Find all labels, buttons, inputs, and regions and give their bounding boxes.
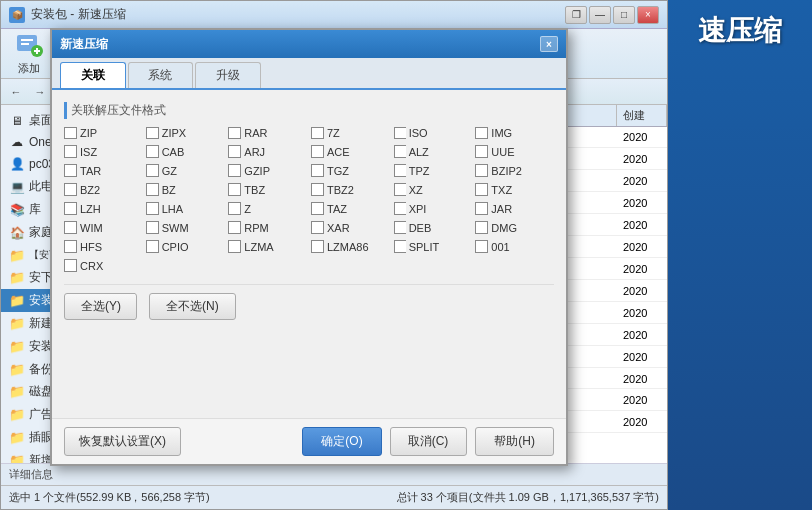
checkbox-bz[interactable]: BZ — [146, 183, 225, 196]
checkbox-xar[interactable]: XAR — [311, 221, 390, 234]
add-button[interactable]: 添加 — [9, 31, 49, 76]
checkbox-7z[interactable]: 7Z — [311, 127, 390, 139]
checkbox-arj[interactable]: ARJ — [228, 145, 307, 158]
cb-wim[interactable] — [64, 221, 77, 234]
cb-rpm[interactable] — [228, 221, 241, 234]
checkbox-bzip2[interactable]: BZIP2 — [475, 164, 554, 177]
checkbox-deb[interactable]: DEB — [394, 221, 472, 234]
cb-7z[interactable] — [311, 127, 324, 139]
cb-lzh[interactable] — [64, 202, 77, 215]
checkbox-img[interactable]: IMG — [475, 127, 554, 139]
cb-lha[interactable] — [146, 202, 159, 215]
checkbox-dmg[interactable]: DMG — [475, 221, 554, 234]
cb-zip[interactable] — [64, 127, 77, 139]
cb-gz[interactable] — [146, 164, 159, 177]
cb-bz2[interactable] — [64, 183, 77, 196]
restore-window-btn[interactable]: ❐ — [565, 6, 587, 24]
checkbox-split[interactable]: SPLIT — [394, 240, 472, 253]
checkbox-zip[interactable]: ZIP — [64, 127, 142, 139]
checkbox-alz[interactable]: ALZ — [394, 145, 472, 158]
checkbox-txz[interactable]: TXZ — [475, 183, 554, 196]
checkbox-swm[interactable]: SWM — [146, 221, 225, 234]
cb-ace[interactable] — [311, 145, 324, 158]
cb-isz[interactable] — [64, 145, 77, 158]
cb-hfs[interactable] — [64, 240, 77, 253]
checkbox-lzh[interactable]: LZH — [64, 202, 142, 215]
cb-tbz[interactable] — [228, 183, 241, 196]
window-close-btn[interactable]: × — [637, 6, 659, 24]
checkbox-lzma[interactable]: LZMA — [228, 240, 307, 253]
checkbox-tpz[interactable]: TPZ — [394, 164, 472, 177]
cb-xpi[interactable] — [394, 202, 406, 215]
back-btn[interactable]: ← — [5, 82, 27, 102]
cb-taz[interactable] — [311, 202, 324, 215]
maximize-btn[interactable]: □ — [613, 6, 635, 24]
cb-iso[interactable] — [394, 127, 406, 139]
cb-tpz[interactable] — [394, 164, 406, 177]
restore-defaults-btn[interactable]: 恢复默认设置(X) — [64, 427, 181, 456]
checkbox-crx[interactable]: CRX — [64, 259, 142, 272]
checkbox-zipx[interactable]: ZIPX — [146, 127, 225, 139]
cb-uue[interactable] — [475, 145, 488, 158]
minimize-btn[interactable]: — — [589, 6, 611, 24]
cb-xz[interactable] — [394, 183, 406, 196]
tab-associate[interactable]: 关联 — [60, 62, 126, 88]
cb-jar[interactable] — [475, 202, 488, 215]
checkbox-iso[interactable]: ISO — [394, 127, 472, 139]
checkbox-xpi[interactable]: XPI — [394, 202, 472, 215]
cb-swm[interactable] — [146, 221, 159, 234]
checkbox-taz[interactable]: TAZ — [311, 202, 390, 215]
cb-zipx[interactable] — [146, 127, 159, 139]
checkbox-cab[interactable]: CAB — [146, 145, 225, 158]
cb-bz[interactable] — [146, 183, 159, 196]
checkbox-z[interactable]: Z — [228, 202, 307, 215]
cancel-btn[interactable]: 取消(C) — [390, 427, 468, 456]
forward-btn[interactable]: → — [29, 82, 51, 102]
cb-gzip[interactable] — [228, 164, 241, 177]
checkbox-rpm[interactable]: RPM — [228, 221, 307, 234]
checkbox-wim[interactable]: WIM — [64, 221, 142, 234]
cb-cpio[interactable] — [146, 240, 159, 253]
cb-tbz2[interactable] — [311, 183, 324, 196]
checkbox-lha[interactable]: LHA — [146, 202, 225, 215]
ok-btn[interactable]: 确定(O) — [302, 427, 381, 456]
checkbox-cpio[interactable]: CPIO — [146, 240, 225, 253]
cb-xar[interactable] — [311, 221, 324, 234]
checkbox-gzip[interactable]: GZIP — [228, 164, 307, 177]
checkbox-001[interactable]: 001 — [475, 240, 554, 253]
checkbox-ace[interactable]: ACE — [311, 145, 390, 158]
checkbox-tgz[interactable]: TGZ — [311, 164, 390, 177]
select-none-btn[interactable]: 全不选(N) — [149, 293, 236, 320]
help-btn[interactable]: 帮助(H) — [475, 427, 554, 456]
checkbox-isz[interactable]: ISZ — [64, 145, 142, 158]
cb-lzma[interactable] — [228, 240, 241, 253]
checkbox-jar[interactable]: JAR — [475, 202, 554, 215]
cb-z[interactable] — [228, 202, 241, 215]
checkbox-gz[interactable]: GZ — [146, 164, 225, 177]
cb-001[interactable] — [475, 240, 488, 253]
checkbox-tbz[interactable]: TBZ — [228, 183, 307, 196]
cb-deb[interactable] — [394, 221, 406, 234]
cb-txz[interactable] — [475, 183, 488, 196]
dialog-close-btn[interactable]: × — [540, 36, 558, 52]
cb-lzma86[interactable] — [311, 240, 324, 253]
select-all-btn[interactable]: 全选(Y) — [64, 293, 137, 320]
checkbox-rar[interactable]: RAR — [228, 127, 307, 139]
cb-tgz[interactable] — [311, 164, 324, 177]
cb-dmg[interactable] — [475, 221, 488, 234]
cb-alz[interactable] — [394, 145, 406, 158]
cb-rar[interactable] — [228, 127, 241, 139]
cb-cab[interactable] — [146, 145, 159, 158]
checkbox-bz2[interactable]: BZ2 — [64, 183, 142, 196]
cb-tar[interactable] — [64, 164, 77, 177]
cb-arj[interactable] — [228, 145, 241, 158]
cb-img[interactable] — [475, 127, 488, 139]
cb-split[interactable] — [394, 240, 406, 253]
checkbox-tar[interactable]: TAR — [64, 164, 142, 177]
tab-system[interactable]: 系统 — [128, 62, 193, 88]
checkbox-uue[interactable]: UUE — [475, 145, 554, 158]
cb-crx[interactable] — [64, 259, 77, 272]
checkbox-xz[interactable]: XZ — [394, 183, 472, 196]
checkbox-tbz2[interactable]: TBZ2 — [311, 183, 390, 196]
tab-upgrade[interactable]: 升级 — [195, 62, 261, 88]
